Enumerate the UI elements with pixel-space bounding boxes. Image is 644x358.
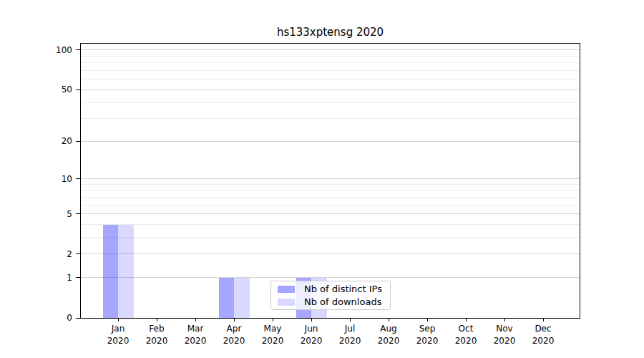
y-tick-label: 100: [0, 44, 72, 56]
x-tick-label: Apr2020: [223, 323, 245, 347]
x-tick-label: Dec2020: [532, 323, 555, 347]
y-tick: [76, 213, 81, 214]
x-tick-label: Jul2020: [339, 323, 361, 347]
x-tick-label: Jun2020: [301, 323, 323, 347]
legend-swatch-distinct-ips-icon: [278, 286, 295, 293]
x-tick: [273, 318, 273, 321]
y-tick: [76, 178, 81, 179]
legend-row-downloads: Nb of downloads: [278, 296, 390, 307]
x-tick: [234, 318, 235, 321]
x-tick-label: Nov2020: [494, 323, 516, 347]
x-tick-label: Sep2020: [416, 323, 439, 347]
tick-layer: 0125102050100Jan2020Feb2020Mar2020Apr202…: [81, 44, 580, 318]
y-tick: [76, 141, 81, 142]
x-tick-label: Oct2020: [455, 323, 477, 347]
y-tick-label: 0: [0, 312, 72, 324]
y-tick-label: 1: [0, 272, 72, 284]
chart-title: hs133xptensg 2020: [81, 26, 580, 39]
x-tick: [195, 318, 196, 321]
y-tick-label: 2: [0, 248, 72, 260]
y-tick: [76, 318, 81, 319]
plot-area: 0125102050100Jan2020Feb2020Mar2020Apr202…: [81, 44, 580, 318]
x-tick: [311, 318, 312, 321]
y-tick-label: 10: [0, 173, 72, 185]
x-tick-label: Feb2020: [146, 323, 168, 347]
x-tick: [350, 318, 351, 321]
x-tick-label: Jan2020: [107, 323, 130, 347]
y-tick-label: 20: [0, 135, 72, 147]
x-tick: [543, 318, 544, 321]
legend-row-distinct-ips: Nb of distinct IPs: [278, 284, 390, 294]
y-tick: [76, 49, 81, 50]
y-tick-label: 50: [0, 84, 72, 95]
x-tick-label: Aug2020: [378, 323, 400, 347]
x-tick: [427, 318, 428, 321]
legend-label-distinct-ips: Nb of distinct IPs: [304, 284, 382, 294]
x-tick-label: May2020: [262, 323, 284, 347]
legend-swatch-downloads-icon: [278, 299, 295, 306]
x-tick: [118, 318, 119, 321]
x-tick: [466, 318, 467, 321]
y-tick: [76, 253, 81, 254]
x-tick: [389, 318, 389, 321]
x-tick: [157, 318, 157, 321]
figure: hs133xptensg 2020 0125102050100Jan2020Fe…: [0, 0, 644, 358]
y-tick: [76, 90, 81, 90]
legend-label-downloads: Nb of downloads: [304, 296, 381, 307]
legend: Nb of distinct IPs Nb of downloads: [270, 281, 391, 310]
x-tick-label: Mar2020: [185, 323, 207, 347]
y-tick: [76, 277, 81, 278]
x-tick: [504, 318, 505, 321]
y-tick-label: 5: [0, 208, 72, 220]
